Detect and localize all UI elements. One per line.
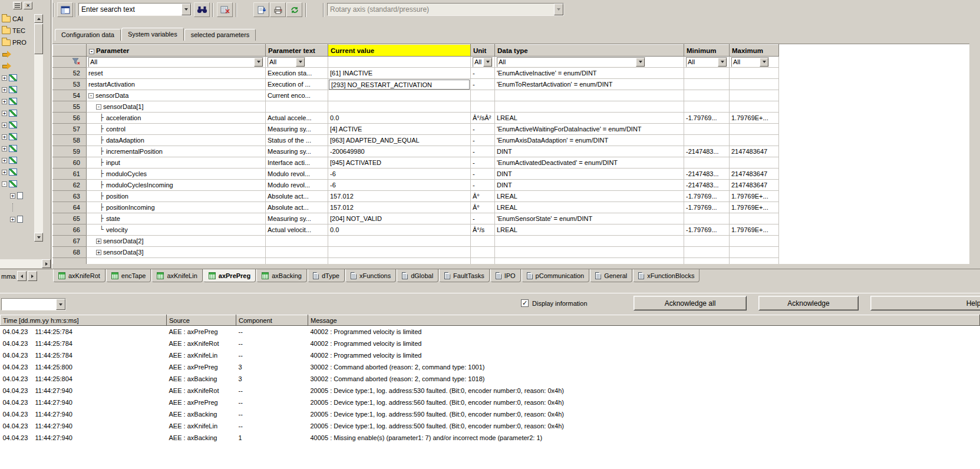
sheet-tab-dglobal[interactable]: dGlobal [397, 269, 438, 282]
filter-combo-maximum[interactable]: All [731, 57, 769, 67]
tree-expand-box[interactable]: - [2, 181, 7, 187]
tab-selected-parameters[interactable]: selected parameters [184, 29, 256, 41]
tree-item[interactable]: - [0, 178, 51, 190]
filter-combo-unit[interactable]: All [473, 57, 493, 67]
alarm-row[interactable]: 04.04.2311:44:25:804AEE : axBacking33000… [1, 373, 980, 385]
row-number-cell[interactable]: 57 [53, 124, 87, 135]
alarm-row[interactable]: 04.04.2311:44:27:940AEE : axPrePreg--200… [1, 397, 980, 408]
dropdown-arrow-button[interactable] [254, 58, 263, 67]
parameter-name-cell[interactable]: ├control [87, 124, 266, 135]
sheet-tab-enctape[interactable]: encTape [106, 269, 151, 282]
compare-button[interactable] [217, 2, 233, 17]
tree-expand-box[interactable]: + [2, 87, 7, 93]
parameter-name-cell[interactable]: reset [87, 68, 266, 79]
sheet-tab-general[interactable]: General [590, 269, 632, 282]
row-number-cell[interactable]: 56 [53, 113, 87, 124]
current-value-cell[interactable]: [963] ADAPTED_AND_EQUAL [328, 135, 471, 146]
column-header-minimum[interactable]: Minimum [684, 45, 730, 57]
sheet-tab-axknifelin[interactable]: axKnifeLin [151, 269, 202, 282]
row-expand-box[interactable]: + [96, 239, 101, 244]
row-number-cell[interactable]: 66 [53, 224, 87, 236]
parameter-name-cell[interactable]: ├moduloCycles [87, 169, 266, 180]
current-value-cell[interactable]: -6 [328, 180, 471, 191]
row-number-cell[interactable]: 59 [53, 146, 87, 157]
navigator-menu-button[interactable] [13, 2, 22, 9]
load-button[interactable] [253, 2, 269, 17]
parameter-name-cell[interactable]: ├position [87, 191, 266, 202]
tree-item[interactable] [0, 48, 51, 60]
tree-item[interactable]: + [0, 166, 51, 178]
row-number-cell[interactable]: 65 [53, 213, 87, 224]
panel-splitter-horizontal[interactable] [0, 284, 980, 293]
sheet-tab-ipo[interactable]: IPO [490, 269, 521, 282]
dropdown-arrow-button[interactable] [483, 58, 492, 67]
tree-expand-box[interactable]: + [2, 134, 7, 140]
help-for-event-button[interactable]: Help for event [870, 296, 980, 311]
alarm-row[interactable]: 04.04.2311:44:25:784AEE : axKnifeLin--40… [1, 349, 980, 361]
tree-item[interactable]: CAI [0, 13, 51, 25]
display-information-checkbox[interactable]: ✓ Display information [521, 299, 588, 307]
row-number-cell[interactable]: 64 [53, 202, 87, 213]
checkbox-box[interactable]: ✓ [521, 299, 529, 307]
column-header-time[interactable]: Time [dd.mm.yy h:m:s:ms] [1, 315, 167, 326]
navigator-close-button[interactable]: ✕ [24, 2, 32, 9]
tab-system-variables[interactable]: System variables [121, 28, 184, 41]
parameter-name-cell[interactable]: ├positionIncoming [87, 202, 266, 213]
tree-expand-box[interactable]: + [2, 170, 7, 175]
parameter-name-cell[interactable]: ├dataAdaption [87, 135, 266, 146]
parameter-name-cell[interactable]: +sensorData[2] [87, 236, 266, 247]
tree-item[interactable] [0, 202, 51, 213]
alarm-row[interactable]: 04.04.2311:44:25:800AEE : axPrePreg33000… [1, 361, 980, 373]
alarm-row[interactable]: 04.04.2311:44:27:940AEE : axKnifeRot--20… [1, 385, 980, 397]
sync-button[interactable] [286, 2, 302, 17]
current-value-cell[interactable] [328, 258, 471, 265]
filter-combo-parameter[interactable]: All [88, 57, 263, 67]
current-value-cell[interactable] [328, 101, 471, 113]
dropdown-arrow-button[interactable] [636, 58, 645, 67]
parameter-name-cell[interactable]: restartActivation [87, 79, 266, 90]
row-number-cell[interactable]: 60 [53, 157, 87, 169]
current-value-cell[interactable]: [293] NO_RESTART_ACTIVATION [328, 79, 471, 90]
tree-horizontal-scrollbar[interactable] [0, 259, 51, 268]
parameter-name-cell[interactable]: ├acceleration [87, 113, 266, 124]
row-expand-box[interactable]: - [96, 104, 101, 110]
dropdown-arrow-button[interactable] [56, 299, 65, 310]
parameter-name-cell[interactable]: ├input [87, 157, 266, 169]
current-value-cell[interactable] [328, 90, 471, 101]
tree-vertical-scrollbar[interactable] [34, 14, 43, 242]
tree-item[interactable]: + [0, 190, 51, 202]
alarm-row[interactable]: 04.04.2311:44:25:784AEE : axPrePreg--400… [1, 326, 980, 338]
filter-combo-parameter-text[interactable]: All [268, 57, 305, 67]
parameter-name-cell[interactable]: +sensorData[3] [87, 247, 266, 258]
value-editor[interactable]: [293] NO_RESTART_ACTIVATION [329, 80, 470, 90]
alarm-row[interactable]: 04.04.2311:44:25:784AEE : axKnifeRot--40… [1, 338, 980, 349]
column-header-parameter[interactable]: -Parameter [87, 45, 266, 57]
tree-expand-box[interactable]: + [2, 75, 7, 81]
parameter-name-cell[interactable]: -sensorData[1] [87, 101, 266, 113]
column-header-data-type[interactable]: Data type [495, 45, 684, 57]
search-input[interactable]: Enter search text [79, 5, 182, 14]
row-number-cell[interactable]: 54 [53, 90, 87, 101]
row-number-cell[interactable]: 67 [53, 236, 87, 247]
parameter-name-cell[interactable]: ├incrementalPosition [87, 146, 266, 157]
tree-item[interactable]: + [0, 107, 51, 119]
acknowledge-all-button[interactable]: Acknowledge all [633, 296, 747, 311]
current-value-cell[interactable] [328, 247, 471, 258]
search-dropdown-button[interactable] [182, 4, 191, 15]
scroll-down-button[interactable] [34, 233, 43, 242]
tree-expand-box[interactable]: + [2, 123, 7, 128]
tree-expand-box[interactable]: + [2, 111, 7, 116]
tree-item[interactable]: + [0, 84, 51, 95]
collapse-all-box[interactable]: - [89, 49, 94, 54]
row-expand-box[interactable]: - [88, 93, 94, 98]
tree-expand-box[interactable]: + [10, 217, 15, 222]
tree-item[interactable]: + [0, 213, 51, 225]
row-number-cell[interactable]: 61 [53, 169, 87, 180]
sheet-tab-xfunctions[interactable]: xFunctions [345, 269, 396, 282]
navigator-toggle-button[interactable] [57, 2, 73, 17]
dropdown-arrow-button[interactable] [296, 58, 305, 67]
tab-configuration-data[interactable]: Configuration data [55, 29, 121, 41]
sheet-tab-axkniferot[interactable]: axKnifeRot [53, 269, 105, 282]
tree-item[interactable]: + [0, 131, 51, 143]
row-expand-box[interactable]: + [96, 250, 101, 255]
